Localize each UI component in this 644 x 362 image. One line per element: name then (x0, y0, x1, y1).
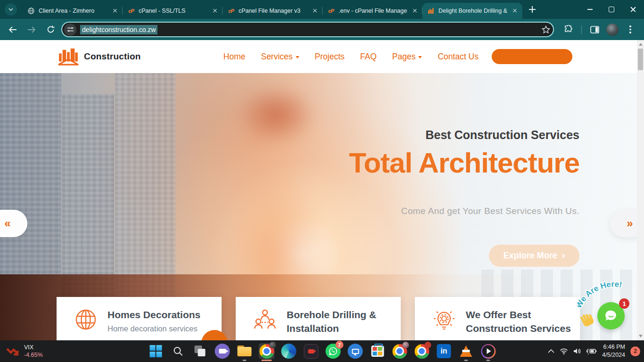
profile-badge-icon (403, 342, 409, 348)
chat-bubble-icon (604, 310, 618, 322)
screen-recorder-button[interactable] (303, 343, 319, 359)
stock-down-icon (6, 345, 20, 357)
scrollbar-down-icon[interactable] (639, 335, 643, 337)
main-nav: Home Services Projects FAQ Pages Contact… (223, 52, 479, 62)
linkedin-button[interactable]: in (436, 343, 452, 359)
tab-close-icon[interactable] (211, 7, 219, 15)
scrollbar-thumb[interactable] (638, 49, 643, 70)
tab-file-manager[interactable]: cP cPanel File Manager v3 (223, 3, 322, 19)
chat-unread-badge: 1 (619, 298, 629, 309)
file-explorer-button[interactable] (237, 343, 253, 359)
nav-services[interactable]: Services (261, 52, 299, 62)
battery-charging-icon[interactable] (586, 348, 597, 354)
wifi-icon[interactable] (560, 348, 568, 354)
taskbar-clock[interactable]: 6:46 PM 4/5/2024 (602, 343, 625, 359)
bookmark-star-icon[interactable] (542, 25, 550, 34)
new-tab-button[interactable] (526, 3, 538, 16)
windows-logo-icon (150, 345, 162, 357)
tab-client-area[interactable]: Client Area - Zimhero (23, 3, 123, 19)
profile-avatar[interactable] (604, 22, 620, 38)
tab-delight-borehole-active[interactable]: Delight Borehole Drilling & I (422, 3, 522, 19)
start-button[interactable] (148, 343, 164, 359)
clock-date: 4/5/2024 (602, 351, 625, 359)
notification-badge[interactable]: 2 (630, 346, 640, 356)
explore-more-button[interactable]: Explore More› (489, 245, 579, 267)
media-player-button[interactable] (480, 343, 496, 359)
profile-badge-icon (270, 342, 276, 348)
web-page: Construction Home Services Projects FAQ … (0, 40, 644, 340)
tab-env-file-manager[interactable]: cP .env - cPanel File Manager v (322, 3, 422, 19)
ticker-symbol: VIX (24, 344, 43, 351)
chrome-active-button[interactable] (259, 343, 275, 359)
nav-contact-us[interactable]: Contact Us (438, 52, 479, 62)
nav-faq[interactable]: FAQ (360, 52, 377, 62)
search-icon (173, 346, 183, 356)
nav-home[interactable]: Home (223, 52, 246, 62)
back-button[interactable] (5, 22, 21, 38)
tab-title: Client Area - Zimhero (39, 8, 107, 14)
brand-name: Construction (84, 51, 141, 62)
ms-store-button[interactable] (370, 343, 386, 359)
avatar-icon (606, 24, 619, 36)
speaker-icon[interactable] (573, 348, 581, 354)
address-bar[interactable]: delightconstruction.co.zw (61, 22, 554, 37)
linkedin-icon: in (437, 344, 451, 358)
scrollbar-up-icon[interactable] (639, 43, 643, 46)
tray-chevron-up-icon[interactable] (548, 349, 554, 353)
card-best-construction[interactable]: We Offer Best Construction Services (415, 297, 580, 340)
chrome-profile3-button[interactable] (414, 343, 430, 359)
maximize-button[interactable] (601, 0, 622, 19)
window-controls (579, 0, 644, 19)
construction-logo-icon (58, 48, 79, 66)
nav-pages[interactable]: Pages (392, 52, 422, 62)
remote-desktop-button[interactable] (347, 343, 363, 359)
forward-button[interactable] (24, 22, 40, 38)
whatsapp-button[interactable]: 7 (325, 343, 341, 359)
tab-close-icon[interactable] (111, 7, 119, 15)
globe-grid-icon (74, 308, 97, 340)
tab-close-icon[interactable] (411, 7, 419, 15)
edge-icon (281, 344, 297, 359)
window-close-button[interactable] (622, 0, 644, 19)
tab-search-button[interactable] (5, 3, 17, 16)
site-settings-icon[interactable] (64, 24, 76, 36)
carousel-prev-button[interactable]: « (0, 210, 27, 237)
card-title: Borehole Drilling & Installation (287, 308, 393, 336)
stocks-widget[interactable]: VIX -4.65% (6, 344, 43, 359)
url-text[interactable]: delightconstruction.co.zw (80, 25, 157, 34)
nav-projects[interactable]: Projects (315, 52, 345, 62)
vlc-button[interactable] (458, 343, 474, 359)
cpanel-favicon-icon: cP (327, 7, 335, 15)
video-app-button[interactable] (215, 343, 231, 359)
edge-button[interactable] (281, 343, 297, 359)
header-cta-button[interactable] (492, 49, 572, 64)
side-panel-button[interactable] (586, 22, 603, 38)
tab-title: Delight Borehole Drilling & I (438, 8, 507, 14)
ticker-change: -4.65% (24, 351, 43, 359)
card-homes-decorations[interactable]: Homes Decorations Home decoration servic… (57, 297, 222, 340)
tab-cpanel-ssl[interactable]: cP cPanel - SSL/TLS (123, 3, 223, 19)
task-view-icon (195, 346, 206, 357)
card-subtitle: Home decoration services (107, 324, 200, 333)
reload-icon (47, 25, 55, 33)
browser-menu-button[interactable] (622, 22, 638, 38)
chrome-profile2-button[interactable] (392, 343, 408, 359)
hero-title: Total Architecture (349, 148, 579, 179)
kebab-menu-icon (629, 25, 631, 33)
taskbar-search-button[interactable] (170, 343, 186, 359)
service-cards: Homes Decorations Home decoration servic… (57, 297, 580, 340)
card-borehole-drilling[interactable]: Borehole Drilling & Installation (236, 297, 401, 340)
tab-title: cPanel File Manager v3 (239, 8, 307, 14)
minimize-button[interactable] (579, 0, 601, 19)
double-chevron-right-icon: » (627, 217, 633, 230)
reload-button[interactable] (42, 22, 58, 38)
tab-title: cPanel - SSL/TLS (139, 8, 207, 14)
page-scrollbar[interactable] (637, 40, 644, 340)
site-logo[interactable]: Construction (58, 48, 141, 66)
tab-close-icon[interactable] (311, 7, 319, 15)
task-view-button[interactable] (192, 343, 208, 359)
extensions-button[interactable] (561, 22, 577, 38)
hero-kicker: Best Construction Services (426, 128, 580, 142)
tab-close-icon[interactable] (511, 7, 519, 15)
construction-favicon-icon (427, 7, 435, 15)
